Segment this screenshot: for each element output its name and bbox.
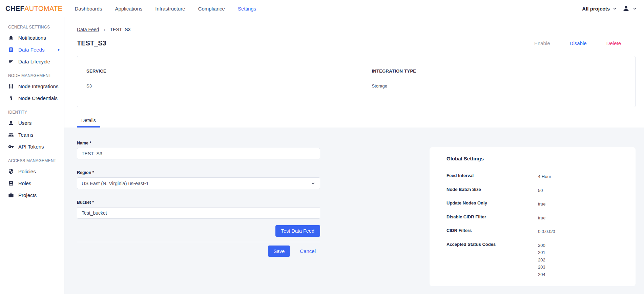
clipboard-icon	[8, 47, 14, 53]
feed-summary-card: SERVICE S3 INTEGRATION TYPE Storage	[77, 56, 636, 107]
status-code: 202	[538, 256, 545, 264]
tab-details[interactable]: Details	[77, 114, 100, 128]
sidebar-item-notifications[interactable]: Notifications	[0, 32, 64, 44]
bucket-field-label: Bucket *	[77, 200, 320, 205]
sidebar-section-general-settings: GENERAL SETTINGS	[0, 20, 64, 32]
sidebar-section-identity: IDENTITY	[0, 104, 64, 117]
region-select[interactable]: US East (N. Virginia) us-east-1	[77, 177, 320, 189]
sidebar-item-roles[interactable]: Roles	[0, 177, 64, 189]
sidebar-item-projects[interactable]: Projects	[0, 189, 64, 201]
global-settings-column: Global Settings Feed Interval 4 Hour Nod…	[430, 141, 636, 294]
service-label: SERVICE	[86, 68, 372, 74]
chef-automate-logo: CHEFAUTOMATE	[5, 5, 63, 13]
integration-type-label: INTEGRATION TYPE	[372, 68, 635, 74]
chevron-down-icon	[311, 181, 315, 185]
sidebar-item-label: Data Feeds	[18, 47, 45, 53]
summary-integration-column: INTEGRATION TYPE Storage	[372, 68, 635, 107]
sidebar-item-policies[interactable]: Policies	[0, 165, 64, 177]
sidebar-item-users[interactable]: Users	[0, 117, 64, 129]
user-avatar-icon[interactable]	[622, 5, 630, 12]
sidebar-item-label: Notifications	[18, 35, 46, 41]
sidebar-item-label: Node Integrations	[18, 83, 58, 89]
tab-bar: Details	[77, 114, 636, 128]
setting-value-list: 200 201 202 203 204	[538, 242, 545, 278]
delete-button[interactable]: Delete	[606, 40, 621, 46]
nav-settings[interactable]: Settings	[238, 6, 256, 12]
disable-button[interactable]: Disable	[570, 40, 587, 46]
setting-label: CIDR Filters	[446, 228, 538, 235]
bell-icon	[8, 35, 14, 41]
data-feed-form: Name * Region * US East (N. Virginia) us…	[77, 141, 320, 257]
sidebar-item-node-credentials[interactable]: Node Credentials	[0, 92, 64, 104]
nav-compliance[interactable]: Compliance	[198, 6, 225, 12]
service-value: S3	[86, 83, 372, 89]
sidebar-section-node-management: NODE MANAGEMENT	[0, 67, 64, 80]
details-panel: Name * Region * US East (N. Virginia) us…	[64, 128, 644, 294]
bucket-input[interactable]	[77, 207, 320, 219]
chevron-down-icon[interactable]	[633, 7, 637, 11]
name-input[interactable]	[77, 148, 320, 159]
setting-row-disable-cidr-filter: Disable CIDR Filter true	[446, 214, 625, 222]
users-icon	[8, 132, 14, 138]
global-settings-title: Global Settings	[446, 156, 625, 161]
enable-button[interactable]: Enable	[534, 40, 550, 46]
breadcrumb-data-feed-link[interactable]: Data Feed	[77, 27, 99, 32]
sliders-icon	[8, 83, 14, 89]
sidebar-item-data-lifecycle[interactable]: Data Lifecycle	[0, 56, 64, 67]
integration-type-value: Storage	[372, 83, 635, 89]
expand-arrow-icon[interactable]: ▸	[58, 48, 60, 52]
breadcrumb-separator: ›	[104, 27, 105, 32]
name-field-label: Name *	[77, 141, 320, 145]
test-data-feed-button[interactable]: Test Data Feed	[275, 225, 320, 237]
key-icon	[8, 144, 14, 150]
status-code: 200	[538, 242, 545, 249]
nav-infrastructure[interactable]: Infrastructure	[155, 6, 185, 12]
region-selected-value: US East (N. Virginia) us-east-1	[82, 181, 149, 186]
region-field-label: Region *	[77, 170, 320, 175]
form-divider	[77, 242, 320, 242]
setting-label: Accepted Status Codes	[446, 242, 538, 278]
sidebar-item-teams[interactable]: Teams	[0, 129, 64, 141]
sidebar-item-label: Projects	[18, 192, 37, 198]
badge-icon	[8, 180, 14, 186]
chevron-down-icon[interactable]	[613, 7, 617, 11]
sidebar-item-label: Node Credentials	[18, 95, 58, 101]
setting-row-node-batch-size: Node Batch Size 50	[446, 187, 625, 194]
setting-label: Update Nodes Only	[446, 200, 538, 208]
setting-value: 50	[538, 187, 543, 194]
sidebar-item-label: Teams	[18, 132, 33, 138]
sidebar-section-access-management: ACCESS MANAGEMENT	[0, 153, 64, 165]
setting-row-cidr-filters: CIDR Filters 0.0.0.0/0	[446, 228, 625, 235]
key-vertical-icon	[8, 95, 14, 101]
main-content: Data Feed › TEST_S3 TEST_S3 Enable Disab…	[64, 17, 644, 294]
breadcrumb: Data Feed › TEST_S3	[77, 27, 636, 32]
nav-dashboards[interactable]: Dashboards	[75, 6, 102, 12]
sidebar-item-label: Users	[18, 120, 32, 126]
status-code: 201	[538, 249, 545, 256]
save-button[interactable]: Save	[268, 246, 290, 257]
setting-label: Feed Interval	[446, 173, 538, 180]
sidebar-item-label: Data Lifecycle	[18, 59, 50, 64]
projects-filter-button[interactable]: All projects	[582, 6, 610, 12]
status-code: 204	[538, 271, 545, 278]
sidebar-item-node-integrations[interactable]: Node Integrations	[0, 80, 64, 92]
global-settings-card: Global Settings Feed Interval 4 Hour Nod…	[430, 147, 636, 286]
setting-value: 4 Hour	[538, 173, 551, 180]
cancel-link[interactable]: Cancel	[300, 248, 316, 254]
header-actions: Enable Disable Delete	[534, 40, 636, 46]
breadcrumb-current: TEST_S3	[110, 27, 131, 32]
list-icon	[8, 59, 14, 64]
sidebar-item-data-feeds[interactable]: Data Feeds ▸	[0, 44, 64, 56]
setting-row-update-nodes-only: Update Nodes Only true	[446, 200, 625, 208]
setting-row-feed-interval: Feed Interval 4 Hour	[446, 173, 625, 180]
sidebar-item-label: API Tokens	[18, 144, 44, 150]
nav-applications[interactable]: Applications	[115, 6, 142, 12]
topbar-right: All projects	[582, 5, 637, 12]
briefcase-icon	[8, 192, 14, 198]
setting-value: true	[538, 200, 545, 208]
shield-icon	[8, 169, 14, 174]
page-title: TEST_S3	[77, 39, 106, 47]
sidebar-item-api-tokens[interactable]: API Tokens	[0, 141, 64, 153]
summary-service-column: SERVICE S3	[86, 68, 372, 107]
setting-value: true	[538, 214, 545, 222]
